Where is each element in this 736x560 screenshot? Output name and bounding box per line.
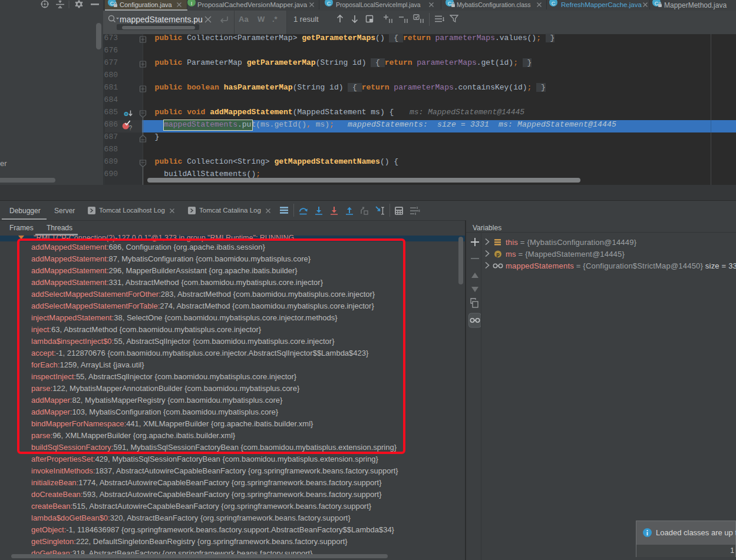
svg-text:C: C: [327, 1, 331, 6]
svg-text:C: C: [655, 1, 659, 6]
svg-text:p: p: [496, 251, 500, 257]
svg-text:I: I: [191, 0, 193, 6]
svg-text:C: C: [448, 1, 452, 6]
svg-text:?: ?: [129, 125, 133, 131]
svg-text:C: C: [552, 1, 556, 6]
svg-text:C: C: [110, 1, 114, 6]
